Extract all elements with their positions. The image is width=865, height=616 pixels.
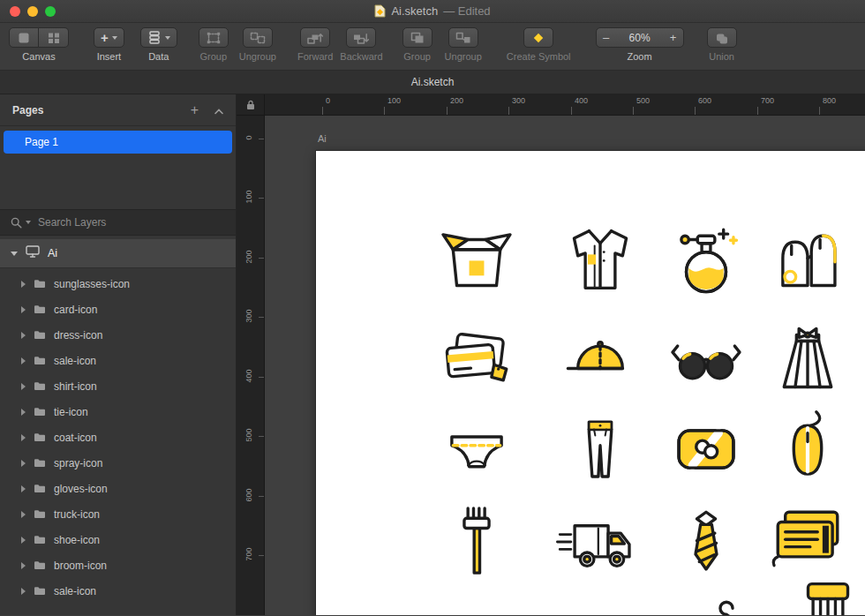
canvas-viewport[interactable]: Ai	[265, 116, 865, 615]
gloves-icon[interactable]	[768, 220, 847, 299]
chevron-right-icon[interactable]	[21, 434, 26, 441]
symbol-diamond-icon	[530, 31, 546, 45]
layer-item[interactable]: shirt-icon	[0, 373, 236, 399]
search-icon[interactable]	[11, 217, 22, 229]
tie-icon[interactable]	[666, 502, 746, 582]
union-button[interactable]	[707, 27, 737, 48]
toolbar-group-ungroup2: Ungroup	[445, 27, 482, 62]
truck-icon[interactable]	[547, 502, 644, 582]
mouse-icon[interactable]	[768, 409, 847, 489]
layer-item[interactable]: tie-icon	[0, 399, 236, 424]
ungroup-button[interactable]	[243, 27, 273, 48]
box-icon[interactable]	[437, 220, 516, 299]
data-button[interactable]	[140, 27, 177, 48]
toolbar-group-insert: + Insert	[94, 27, 124, 62]
chevron-right-icon[interactable]	[21, 588, 26, 595]
skirt-icon[interactable]	[768, 321, 847, 401]
search-layers-input[interactable]	[38, 216, 225, 229]
chevron-right-icon[interactable]	[21, 511, 26, 518]
zoom-control[interactable]: – 60% +	[596, 27, 684, 48]
gift-icon[interactable]	[666, 409, 746, 489]
ruler-number: 300	[512, 96, 525, 105]
page-item-selected[interactable]: Page 1	[4, 131, 232, 154]
layer-item[interactable]: sale-icon	[0, 348, 236, 373]
move-backward-button[interactable]	[346, 27, 376, 48]
sketch-document-icon	[374, 4, 386, 18]
zoom-in-button[interactable]: +	[664, 31, 683, 44]
ticket-icon[interactable]	[768, 502, 847, 582]
underwear-icon[interactable]	[437, 409, 516, 489]
zoom-label: Zoom	[628, 51, 652, 62]
chevron-right-icon[interactable]	[21, 383, 26, 390]
pants-icon[interactable]	[560, 409, 640, 489]
chevron-right-icon[interactable]	[21, 306, 26, 313]
close-button[interactable]	[10, 6, 20, 17]
ruler-number: 700	[244, 544, 253, 565]
chevron-right-icon[interactable]	[21, 537, 26, 544]
layer-item[interactable]: card-icon	[0, 297, 236, 322]
layer-item[interactable]: broom-icon	[0, 552, 236, 578]
hanger-icon[interactable]	[687, 592, 766, 615]
minimize-button[interactable]	[27, 6, 38, 17]
folder-icon	[34, 304, 46, 314]
chevron-right-icon[interactable]	[21, 281, 26, 288]
create-symbol-button[interactable]	[523, 27, 553, 48]
zoom-value: 60%	[620, 32, 660, 44]
layer-item[interactable]: coat-icon	[0, 424, 236, 450]
combine-ungroup-button[interactable]	[448, 27, 478, 48]
horizontal-ruler: 0 100 200 300 400 500 600 700 800	[237, 94, 865, 116]
page-name: Page 1	[25, 136, 58, 148]
layers-sidebar: Pages + Page 1 Ai sunglasses-icon card-i	[0, 94, 237, 615]
chevron-right-icon[interactable]	[21, 562, 26, 569]
chevron-right-icon[interactable]	[21, 357, 26, 364]
artboard-list-item[interactable]: Ai	[0, 239, 236, 268]
comb-icon[interactable]	[788, 579, 865, 615]
rake-icon[interactable]	[437, 502, 516, 582]
chevron-down-icon[interactable]	[11, 252, 18, 256]
spray-icon[interactable]	[666, 220, 746, 299]
layer-item[interactable]: sunglasses-icon	[0, 271, 236, 297]
layer-name: sale-icon	[54, 585, 96, 597]
group-button[interactable]	[199, 27, 229, 48]
ruler-number: 100	[387, 96, 401, 105]
move-forward-button[interactable]	[300, 27, 330, 48]
layer-item[interactable]: dress-icon	[0, 322, 236, 348]
canvas-artboard-button[interactable]	[9, 27, 39, 48]
canvas-grid-button[interactable]	[39, 27, 69, 48]
zoom-out-button[interactable]: –	[597, 31, 616, 44]
card-icon[interactable]	[437, 321, 516, 401]
toolbar-group-zoom: – 60% + Zoom	[596, 27, 684, 62]
fullscreen-button[interactable]	[45, 6, 56, 17]
canvas-area: 0 100 200 300 400 500 600 700 800 0 100 …	[237, 94, 865, 615]
folder-icon	[34, 458, 46, 468]
artboard-canvas-label[interactable]: Ai	[318, 133, 327, 144]
insert-button[interactable]: +	[94, 27, 124, 48]
ungroup-icon	[250, 32, 266, 44]
ruler-number: 400	[244, 365, 253, 387]
ruler-number: 500	[636, 96, 650, 105]
chevron-right-icon[interactable]	[21, 460, 26, 467]
tab-ai-sketch[interactable]: Ai.sketch	[411, 76, 455, 88]
shirt-icon[interactable]	[560, 220, 640, 299]
folder-icon	[34, 509, 46, 519]
layer-list: sunglasses-icon card-icon dress-icon sal…	[0, 268, 236, 615]
folder-icon	[34, 432, 46, 442]
chevron-right-icon[interactable]	[21, 485, 26, 492]
sunglasses-icon[interactable]	[666, 321, 746, 401]
combine-group-button[interactable]	[402, 27, 432, 48]
collapse-pages-button[interactable]	[214, 102, 223, 118]
chevron-right-icon[interactable]	[21, 409, 26, 416]
layer-item[interactable]: sale-icon	[0, 578, 236, 604]
layer-item[interactable]: gloves-icon	[0, 476, 236, 501]
search-scope-chevron-icon[interactable]	[26, 221, 31, 224]
lock-icon[interactable]	[246, 100, 255, 110]
add-page-button[interactable]: +	[191, 103, 199, 117]
artboard[interactable]	[316, 151, 865, 615]
cap-icon[interactable]	[560, 321, 640, 401]
layer-name: tie-icon	[54, 406, 88, 418]
chevron-right-icon[interactable]	[21, 332, 26, 339]
layer-item[interactable]: shoe-icon	[0, 527, 236, 552]
layer-item[interactable]: truck-icon	[0, 501, 236, 527]
toolbar-group-ungroup1: Ungroup	[239, 27, 276, 62]
layer-item[interactable]: spray-icon	[0, 450, 236, 476]
